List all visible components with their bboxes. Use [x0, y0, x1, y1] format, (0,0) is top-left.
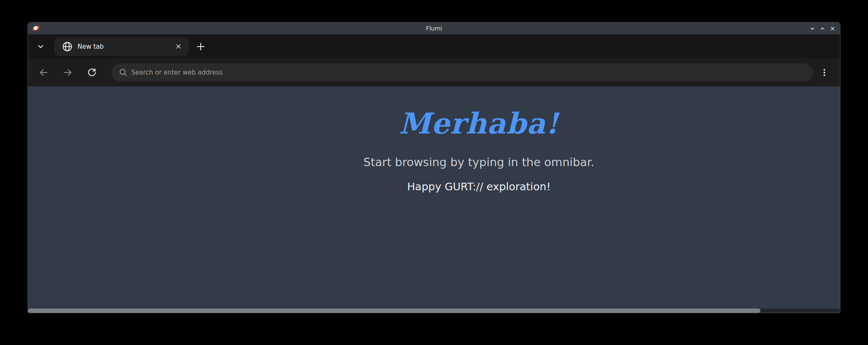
- reload-icon: [87, 67, 97, 78]
- tab-close-button[interactable]: [174, 42, 183, 51]
- chevron-down-icon: [36, 42, 45, 51]
- page-heading: Merhaba!: [28, 109, 840, 139]
- titlebar[interactable]: Flumi: [28, 22, 840, 34]
- tab-strip: New tab: [28, 34, 840, 58]
- window-controls: [808, 22, 837, 34]
- horizontal-scrollbar-thumb[interactable]: [28, 309, 760, 313]
- close-window-button[interactable]: [828, 24, 837, 33]
- tab-list-button[interactable]: [34, 40, 47, 53]
- omnibox[interactable]: [111, 64, 813, 81]
- horizontal-scrollbar-track[interactable]: [28, 309, 840, 313]
- browser-window: Flumi: [28, 22, 840, 313]
- new-tab-page: Merhaba! Start browsing by typing in the…: [28, 86, 840, 193]
- page-viewport: Merhaba! Start browsing by typing in the…: [28, 86, 840, 309]
- window-title: Flumi: [28, 22, 840, 34]
- tab-label: New tab: [77, 43, 174, 50]
- menu-button[interactable]: [816, 64, 833, 81]
- reload-button[interactable]: [83, 64, 100, 81]
- arrow-left-icon: [39, 67, 49, 78]
- search-icon: [119, 68, 127, 77]
- page-message: Happy GURT:// exploration!: [28, 181, 840, 193]
- maximize-button[interactable]: [818, 24, 827, 33]
- close-icon: [175, 43, 182, 50]
- forward-button[interactable]: [59, 64, 76, 81]
- toolbar: [28, 58, 840, 86]
- page-subtitle: Start browsing by typing in the omnibar.: [28, 156, 840, 169]
- kebab-menu-icon: [820, 68, 829, 77]
- globe-icon: [62, 41, 73, 52]
- omnibox-input[interactable]: [131, 69, 808, 76]
- new-tab-button[interactable]: [193, 39, 208, 54]
- planet-icon: [32, 25, 39, 32]
- tab-new-tab[interactable]: New tab: [54, 37, 189, 56]
- minimize-button[interactable]: [808, 24, 816, 33]
- arrow-right-icon: [63, 67, 73, 78]
- plus-icon: [196, 42, 206, 52]
- back-button[interactable]: [35, 64, 52, 81]
